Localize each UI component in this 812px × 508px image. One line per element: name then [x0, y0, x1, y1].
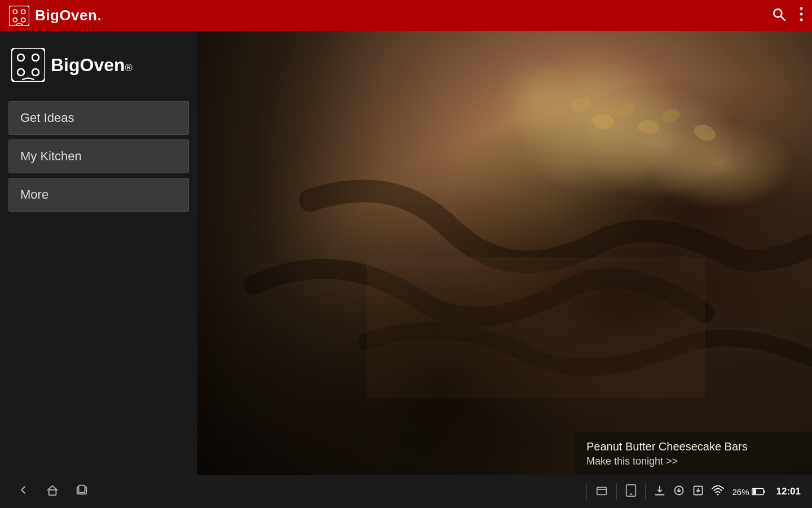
sidebar-logo: BigOven® [0, 42, 144, 99]
download1-icon[interactable] [654, 485, 665, 499]
window-icon[interactable] [595, 484, 608, 500]
svg-point-32 [717, 493, 719, 495]
back-icon[interactable] [17, 484, 29, 500]
svg-point-20 [692, 122, 718, 143]
more-menu-icon[interactable] [800, 7, 803, 25]
svg-rect-21 [367, 257, 705, 398]
nav-item-more-label: More [20, 187, 48, 202]
svg-rect-3 [13, 17, 17, 21]
bottom-right-nav: 26% 12:01 [654, 485, 812, 499]
svg-rect-10 [11, 48, 45, 82]
svg-point-19 [660, 107, 682, 124]
center-divider-left [586, 483, 587, 500]
top-bar: BigOven. [0, 0, 812, 31]
svg-point-9 [800, 18, 803, 21]
svg-rect-13 [17, 69, 24, 76]
featured-image-area: Peanut Butter Cheesecake Bars Make this … [197, 31, 812, 475]
svg-rect-0 [9, 6, 29, 26]
sidebar-logo-text: BigOven® [51, 55, 133, 76]
svg-point-15 [569, 95, 593, 115]
featured-recipe-title: Peanut Butter Cheesecake Bars [586, 440, 801, 453]
svg-rect-12 [32, 54, 39, 61]
bottom-center-nav [578, 483, 654, 500]
top-bar-actions [771, 7, 803, 25]
recents-icon[interactable] [76, 484, 88, 500]
bigoven-logo-icon-top [9, 6, 29, 26]
caption-cta-text: Make this tonight >> [586, 456, 678, 467]
svg-line-6 [781, 16, 785, 20]
svg-rect-14 [32, 69, 39, 76]
main-layout: BigOven® Get Ideas My Kitchen More [0, 31, 812, 475]
search-icon[interactable] [771, 7, 786, 25]
food-art-svg [197, 31, 812, 475]
featured-recipe-cta[interactable]: Make this tonight >> [586, 456, 801, 467]
svg-rect-25 [597, 487, 607, 494]
download3-icon[interactable] [692, 485, 704, 499]
svg-rect-24 [79, 485, 85, 493]
svg-point-18 [637, 119, 660, 134]
nav-item-get-ideas[interactable]: Get Ideas [8, 101, 189, 135]
svg-rect-1 [13, 10, 17, 14]
battery-percentage: 26% [732, 487, 749, 497]
svg-point-8 [800, 12, 803, 15]
svg-rect-35 [753, 489, 756, 494]
svg-rect-11 [17, 54, 24, 61]
bottom-left-nav [0, 484, 578, 500]
center-divider-right [616, 483, 617, 500]
clock: 12:01 [776, 486, 801, 497]
top-bar-logo-area: BigOven. [9, 6, 102, 26]
svg-rect-4 [21, 17, 25, 21]
svg-rect-34 [764, 490, 765, 493]
svg-rect-22 [49, 490, 56, 495]
svg-rect-2 [21, 10, 25, 14]
nav-item-get-ideas-label: Get Ideas [20, 111, 74, 125]
svg-point-17 [615, 100, 637, 120]
bigoven-logo-icon-sidebar [11, 48, 45, 82]
svg-point-7 [800, 7, 803, 10]
battery-icon [752, 488, 765, 496]
sidebar: BigOven® Get Ideas My Kitchen More [0, 31, 197, 475]
top-bar-title: BigOven. [35, 7, 102, 24]
caption-bar[interactable]: Peanut Butter Cheesecake Bars Make this … [575, 432, 812, 475]
svg-point-16 [591, 112, 616, 131]
nav-item-my-kitchen[interactable]: My Kitchen [8, 139, 189, 173]
nav-item-my-kitchen-label: My Kitchen [20, 149, 82, 163]
nav-item-more[interactable]: More [8, 178, 189, 212]
battery-indicator: 26% [732, 487, 765, 497]
bottom-navigation-bar: 26% 12:01 [0, 475, 812, 508]
center-divider-right2 [645, 483, 646, 500]
download2-icon[interactable] [673, 485, 685, 499]
home-icon[interactable] [46, 484, 59, 500]
tablet-icon[interactable] [625, 484, 637, 500]
wifi-icon [712, 485, 724, 498]
